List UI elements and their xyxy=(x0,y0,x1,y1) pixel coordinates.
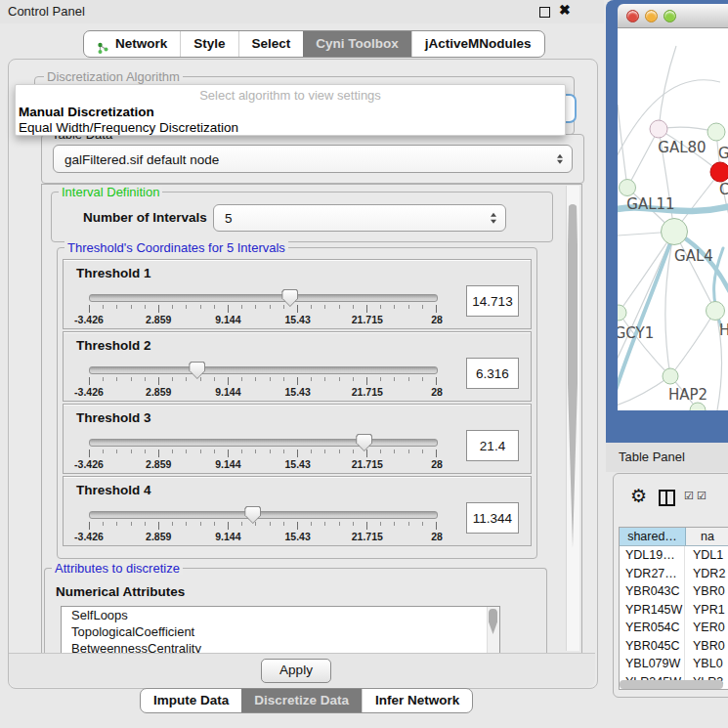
close-traffic-light-icon[interactable] xyxy=(626,10,639,22)
list-item[interactable]: BetweennessCentrality xyxy=(62,640,499,654)
top-tabbar: Network Style Select Cyni Toolbox jActiv… xyxy=(83,30,545,58)
node-label: C xyxy=(719,181,728,198)
node-gal4[interactable] xyxy=(662,219,688,245)
tab-network[interactable]: Network xyxy=(84,31,180,57)
threshold-2-label: Threshold 2 xyxy=(76,338,151,353)
numerical-attributes-label: Numerical Attributes xyxy=(56,584,185,599)
gear-icon[interactable]: ⚙ xyxy=(630,487,647,505)
table-row[interactable]: YER054CYER0 xyxy=(620,619,728,637)
tab-select[interactable]: Select xyxy=(238,31,304,57)
node-hap2[interactable] xyxy=(663,368,678,384)
node-gal11[interactable] xyxy=(620,180,636,196)
threshold-3-panel: Threshold 3 -3.426 2.859 9.144 15.43 21.… xyxy=(63,404,532,474)
minimize-traffic-light-icon[interactable] xyxy=(645,10,658,22)
list-item[interactable]: SelfLoops xyxy=(62,607,499,623)
table-data-value: galFiltered.sif default node xyxy=(64,151,219,166)
threshold-1-panel: Threshold 1 -3.426 2.859 9.144 15.43 21.… xyxy=(63,259,532,329)
column-header-shared[interactable]: shared… xyxy=(620,528,686,545)
slider-ticks xyxy=(89,522,437,530)
threshold-1-slider[interactable]: -3.426 2.859 9.144 15.43 21.715 28 xyxy=(89,289,437,324)
interval-definition-label: Interval Definition xyxy=(59,186,162,198)
checkbox-icon[interactable]: ☑ xyxy=(697,491,707,501)
network-icon xyxy=(97,38,109,51)
dropdown-prompt-item[interactable]: Select algorithm to view settings xyxy=(16,88,565,103)
tab-impute-data[interactable]: Impute Data xyxy=(141,689,241,712)
column-header-name[interactable]: na xyxy=(686,528,728,545)
table-panel-title: Table Panel xyxy=(619,450,685,464)
table-data-combobox[interactable]: galFiltered.sif default node xyxy=(53,145,573,173)
list-item[interactable]: TopologicalCoefficient xyxy=(62,623,499,640)
panel-title: Control Panel xyxy=(8,4,85,19)
slider-scale: -3.426 2.859 9.144 15.43 21.715 28 xyxy=(89,314,437,324)
node-label: HAP2 xyxy=(668,386,707,404)
threshold-4-slider[interactable]: -3.426 2.859 9.144 15.43 21.715 28 xyxy=(89,506,437,541)
network-graph: GAL80 GA GAL11 C GAL4 GCY1 H HAP2 xyxy=(618,28,728,410)
table-row[interactable]: YBR043CYBR0 xyxy=(620,582,728,601)
threshold-1-label: Threshold 1 xyxy=(76,266,151,280)
tab-cyni-toolbox[interactable]: Cyni Toolbox xyxy=(303,31,411,57)
node-label: GAL11 xyxy=(626,195,674,213)
table-row[interactable]: YDR27…YDR2 xyxy=(620,565,728,583)
threshold-2-value-field[interactable] xyxy=(466,358,519,389)
application-window: Control Panel ✖ Network Style Select Cyn… xyxy=(0,0,728,728)
split-columns-icon[interactable] xyxy=(659,490,675,506)
slider-track[interactable] xyxy=(89,366,438,374)
number-of-intervals-spinner[interactable]: 5 xyxy=(213,204,506,232)
slider-track[interactable] xyxy=(89,439,438,447)
network-canvas[interactable]: GAL80 GA GAL11 C GAL4 GCY1 H HAP2 xyxy=(618,28,728,410)
slider-scale: -3.426 2.859 9.144 15.43 21.715 28 xyxy=(89,386,437,397)
table-row[interactable]: YPR145WYPR1 xyxy=(620,601,728,620)
threshold-3-slider[interactable]: -3.426 2.859 9.144 15.43 21.715 28 xyxy=(89,434,437,469)
numerical-attributes-list[interactable]: SelfLoops TopologicalCoefficient Between… xyxy=(61,606,500,654)
node-gcy1[interactable] xyxy=(618,305,626,321)
discretization-algorithm-label: Discretization Algorithm xyxy=(44,70,183,83)
dropdown-option-manual-discretization[interactable]: Manual Discretization xyxy=(19,105,154,119)
scrollbar-thumb[interactable] xyxy=(489,609,497,634)
horizontal-scrollbar[interactable] xyxy=(620,680,723,689)
slider-ticks xyxy=(89,305,437,313)
node-h[interactable] xyxy=(707,302,725,321)
dropdown-option-equal-width[interactable]: Equal Width/Frequency Discretization xyxy=(19,120,238,135)
node-label: H xyxy=(719,321,728,339)
thresholds-group-label: Threshold's Coordinates for 5 Intervals xyxy=(64,241,288,254)
apply-button[interactable]: Apply xyxy=(261,659,331,683)
tab-style[interactable]: Style xyxy=(180,31,237,57)
threshold-1-value-field[interactable] xyxy=(466,285,519,317)
node-red-selected[interactable] xyxy=(710,162,728,182)
threshold-3-value-field[interactable] xyxy=(466,430,519,461)
threshold-4-panel: Threshold 4 -3.426 2.859 9.144 15.43 21.… xyxy=(63,476,532,546)
table-row[interactable]: YBR045CYBR0 xyxy=(620,637,728,656)
slider-track[interactable] xyxy=(89,511,438,519)
zoom-traffic-light-icon[interactable] xyxy=(664,10,676,22)
node-label: GAL4 xyxy=(674,247,713,265)
node-attribute-table[interactable]: shared… na YDL19…YDL1 YDR27…YDR2 YBR043C… xyxy=(619,527,728,690)
bottom-tabbar: Impute Data Discretize Data Infer Networ… xyxy=(140,688,473,713)
slider-ticks xyxy=(89,377,437,385)
node-gal80[interactable] xyxy=(650,120,667,138)
list-scrollbar[interactable] xyxy=(487,607,499,653)
close-icon[interactable]: ✖ xyxy=(559,2,571,18)
threshold-4-value-field[interactable] xyxy=(466,502,519,534)
tab-discretize-data[interactable]: Discretize Data xyxy=(241,689,362,712)
vertical-scrollbar[interactable] xyxy=(566,186,579,651)
slider-track[interactable] xyxy=(89,294,438,302)
scrollbar-thumb[interactable] xyxy=(568,204,578,548)
tab-infer-network[interactable]: Infer Network xyxy=(362,689,472,712)
node-label: GAL80 xyxy=(658,139,706,156)
node-label: GCY1 xyxy=(618,324,654,342)
threshold-3-label: Threshold 3 xyxy=(76,410,151,425)
control-panel-titlebar: Control Panel ✖ xyxy=(0,0,604,23)
threshold-2-slider[interactable]: -3.426 2.859 9.144 15.43 21.715 28 xyxy=(89,362,437,397)
table-row[interactable]: YBL079WYBL0 xyxy=(620,655,728,673)
slider-scale: -3.426 2.859 9.144 15.43 21.715 28 xyxy=(89,531,437,541)
table-row[interactable]: YDL19…YDL1 xyxy=(620,546,728,565)
float-window-icon[interactable] xyxy=(539,7,550,18)
checkbox-icon[interactable]: ☑ xyxy=(684,491,694,501)
network-window-titlebar[interactable] xyxy=(618,4,728,28)
spinner-arrows-icon xyxy=(557,153,563,164)
threshold-2-panel: Threshold 2 -3.426 2.859 9.144 15.43 21.… xyxy=(63,331,532,402)
table-panel-titlebar: Table Panel xyxy=(606,443,728,472)
threshold-4-label: Threshold 4 xyxy=(76,483,151,497)
tab-jactivemnodules[interactable]: jActiveMNodules xyxy=(411,31,544,57)
node-top-right[interactable] xyxy=(707,123,725,141)
